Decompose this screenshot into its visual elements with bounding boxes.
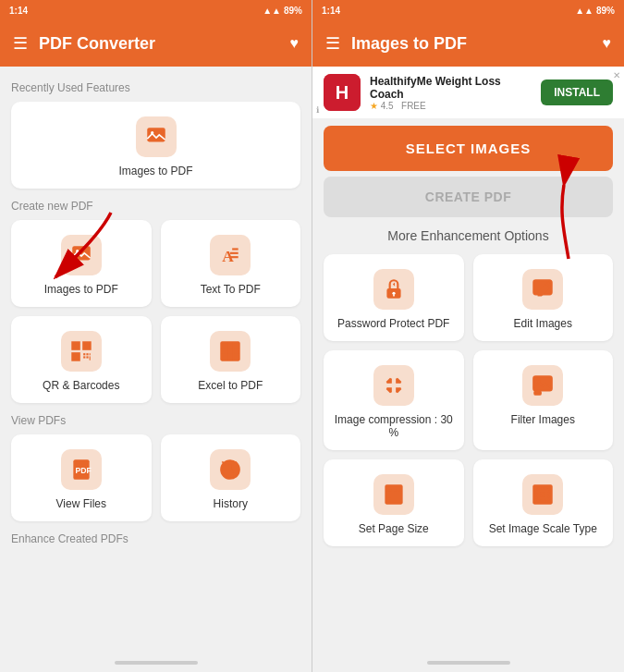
right-home-bar: [312, 654, 624, 672]
svg-rect-21: [222, 342, 240, 360]
svg-rect-13: [74, 355, 77, 358]
password-protect-icon: [373, 269, 414, 310]
text-to-pdf-icon: A: [210, 235, 251, 275]
view-files-label: View Files: [56, 497, 106, 510]
right-top-bar: ☰ Images to PDF ♥: [312, 20, 624, 67]
enhancement-title: More Enhancement Options: [324, 228, 613, 243]
card-set-page-size[interactable]: Set Page Size: [324, 459, 464, 546]
filter-images-label: Filter Images: [511, 413, 575, 426]
right-status-bar: 1:14 ▲▲ 89%: [312, 0, 624, 20]
left-phone: 1:14 ▲▲ 89% ☰ PDF Converter ♥ Recently U…: [0, 0, 312, 672]
right-screen-content: H HealthifyMe Weight Loss Coach ★ 4.5 FR…: [312, 67, 624, 654]
wifi-icon: ▲▲: [263, 6, 281, 16]
section-recently-used-label: Recently Used Features: [11, 81, 300, 94]
create-pdf-grid: Images to PDF A Text To PDF: [11, 220, 300, 403]
filter-images-icon: [522, 365, 563, 406]
right-home-bar-line: [427, 661, 510, 665]
svg-rect-39: [385, 485, 401, 504]
svg-rect-15: [83, 353, 85, 355]
svg-point-1: [151, 131, 153, 134]
card-excel-to-pdf[interactable]: Excel to PDF: [161, 316, 301, 403]
ad-app-name: HealthifyMe Weight Loss Coach: [370, 75, 532, 101]
card-password-protect[interactable]: Password Protect PDF: [324, 254, 464, 341]
qr-barcodes-icon: [61, 331, 102, 372]
right-phone: 1:14 ▲▲ 89% ☰ Images to PDF ♥ H Healthif…: [312, 0, 624, 672]
select-images-button[interactable]: SELECT IMAGES: [324, 126, 613, 171]
ad-info: HealthifyMe Weight Loss Coach ★ 4.5 FREE: [370, 75, 532, 111]
image-compression-label: Image compression : 30 %: [333, 413, 455, 439]
svg-rect-19: [86, 356, 88, 358]
svg-rect-36: [534, 376, 553, 390]
history-label: History: [214, 497, 248, 510]
ad-banner: H HealthifyMe Weight Loss Coach ★ 4.5 FR…: [312, 67, 624, 118]
card-qr-barcodes[interactable]: QR & Barcodes: [11, 316, 152, 403]
install-button[interactable]: INSTALL: [541, 79, 613, 105]
set-page-size-icon: [373, 474, 414, 515]
view-pdfs-grid: PDF View Files History: [11, 434, 300, 521]
set-page-size-label: Set Page Size: [359, 522, 429, 535]
svg-point-3: [76, 250, 79, 252]
svg-point-37: [537, 380, 540, 383]
svg-rect-17: [89, 353, 90, 355]
set-image-scale-type-icon: [522, 474, 563, 515]
images-to-pdf-icon: [61, 235, 102, 275]
card-images-to-pdf-recent[interactable]: Images to PDF: [11, 102, 300, 189]
right-battery-icon: 89%: [596, 6, 615, 16]
text-to-pdf-label: Text To PDF: [201, 283, 261, 296]
svg-rect-38: [535, 392, 542, 395]
right-hamburger-icon[interactable]: ☰: [325, 33, 340, 54]
images-to-pdf-recent-icon: [136, 116, 177, 157]
right-app-title: Images to PDF: [351, 34, 592, 54]
favorite-icon[interactable]: ♥: [290, 35, 300, 52]
svg-rect-11: [85, 344, 88, 347]
edit-images-label: Edit Images: [514, 317, 572, 330]
card-image-compression[interactable]: Image compression : 30 %: [324, 350, 464, 450]
images-to-pdf-label: Images to PDF: [44, 283, 118, 296]
left-home-bar: [0, 654, 312, 672]
svg-rect-16: [86, 353, 88, 355]
card-set-image-scale-type[interactable]: Set Image Scale Type: [473, 459, 614, 546]
recently-used-grid: Images to PDF: [11, 102, 300, 189]
ad-close-button[interactable]: ✕: [613, 70, 620, 80]
section-enhance-label: Enhance Created PDFs: [11, 532, 300, 545]
svg-rect-9: [74, 344, 77, 347]
left-status-bar: 1:14 ▲▲ 89%: [0, 0, 312, 20]
card-images-to-pdf[interactable]: Images to PDF: [11, 220, 152, 307]
section-view-pdfs-label: View PDFs: [11, 414, 300, 427]
set-image-scale-type-label: Set Image Scale Type: [489, 522, 597, 535]
left-home-bar-line: [115, 661, 198, 665]
left-app-title: PDF Converter: [39, 34, 279, 54]
svg-text:H: H: [336, 82, 349, 103]
create-pdf-button[interactable]: CREATE PDF: [324, 177, 613, 217]
enhancement-grid: Password Protect PDF Edit Images: [312, 254, 624, 557]
left-top-bar: ☰ PDF Converter ♥: [0, 20, 312, 67]
right-time: 1:14: [322, 6, 340, 16]
card-filter-images[interactable]: Filter Images: [473, 350, 614, 450]
svg-rect-18: [83, 356, 85, 358]
ad-info-icon[interactable]: ℹ: [316, 105, 319, 115]
ad-rating: ★ 4.5 FREE: [370, 101, 532, 111]
images-to-pdf-recent-label: Images to PDF: [118, 165, 192, 177]
hamburger-icon[interactable]: ☰: [13, 33, 28, 54]
left-time: 1:14: [9, 6, 28, 16]
card-text-to-pdf[interactable]: A Text To PDF: [161, 220, 301, 307]
card-view-files[interactable]: PDF View Files: [11, 434, 152, 521]
image-compression-icon: [373, 365, 414, 406]
ad-app-icon: H: [324, 74, 361, 111]
section-create-pdf-label: Create new PDF: [11, 200, 300, 213]
svg-rect-0: [147, 128, 165, 141]
left-screen-content: Recently Used Features Images to PDF Cre…: [0, 67, 312, 654]
right-wifi-icon: ▲▲: [575, 6, 593, 16]
svg-rect-2: [72, 246, 91, 260]
password-protect-label: Password Protect PDF: [337, 317, 449, 330]
right-favorite-icon[interactable]: ♥: [603, 35, 612, 52]
right-status-icons: ▲▲ 89%: [575, 6, 615, 16]
excel-to-pdf-icon: [210, 331, 251, 372]
card-history[interactable]: History: [161, 434, 301, 521]
card-edit-images[interactable]: Edit Images: [473, 254, 614, 341]
history-icon: [210, 449, 251, 490]
svg-rect-20: [89, 356, 90, 360]
left-status-icons: ▲▲ 89%: [263, 6, 302, 16]
battery-icon: 89%: [284, 6, 302, 16]
excel-to-pdf-label: Excel to PDF: [198, 379, 263, 392]
